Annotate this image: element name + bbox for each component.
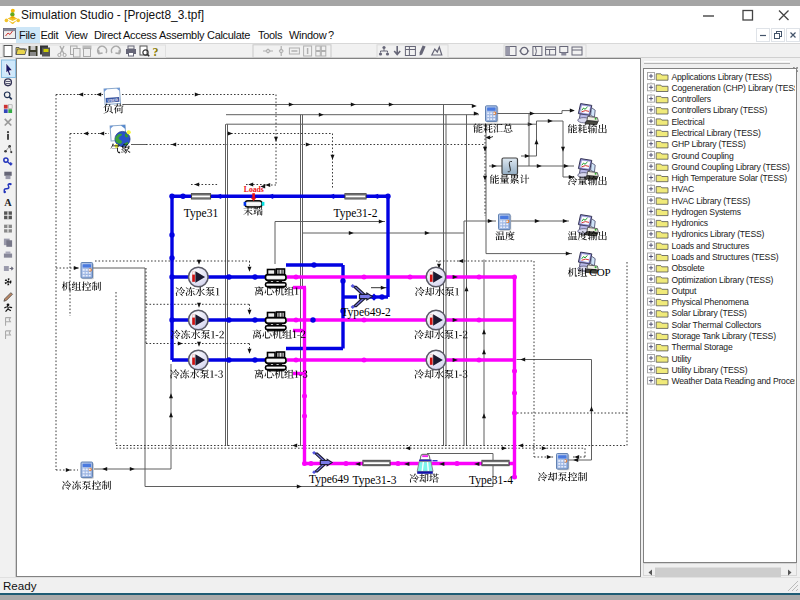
svg-text:Weather Data Reading and Proce: Weather Data Reading and Process [672,376,800,386]
svg-text:HVAC Library (TESS): HVAC Library (TESS) [672,196,751,206]
svg-text:Controllers Library (TESS): Controllers Library (TESS) [672,105,768,115]
svg-text:Utility Library (TESS): Utility Library (TESS) [672,365,748,375]
svg-text:Electrical: Electrical [672,117,705,127]
svg-text:HVAC: HVAC [672,184,694,194]
svg-text:Storage Tank Library (TESS): Storage Tank Library (TESS) [672,331,777,341]
svg-text:Loads and Structures: Loads and Structures [672,241,750,251]
svg-text:Cogeneration (CHP) Library (TE: Cogeneration (CHP) Library (TESS) [672,83,800,93]
svg-text:Ground Coupling Library (TESS): Ground Coupling Library (TESS) [672,162,791,172]
svg-text:Hydrogen Systems: Hydrogen Systems [672,207,741,217]
svg-text:Applications Library (TESS): Applications Library (TESS) [672,72,772,82]
svg-text:Obsolete: Obsolete [672,263,705,273]
svg-text:Optimization Library (TESS): Optimization Library (TESS) [672,275,774,285]
svg-text:Ground Coupling: Ground Coupling [672,151,734,161]
svg-text:Hydronics Library (TESS): Hydronics Library (TESS) [672,229,765,239]
svg-text:Utility: Utility [672,354,693,364]
svg-text:Solar Thermal Collectors: Solar Thermal Collectors [672,320,762,330]
svg-text:Electrical Library (TESS): Electrical Library (TESS) [672,128,761,138]
svg-text:Physical Phenomena: Physical Phenomena [672,297,750,307]
svg-text:Solar Library (TESS): Solar Library (TESS) [672,308,748,318]
svg-text:Output: Output [672,286,697,296]
svg-text:Controllers: Controllers [672,94,711,104]
svg-text:Loads and Structures (TESS): Loads and Structures (TESS) [672,252,779,262]
svg-text:High Temperature Solar (TESS): High Temperature Solar (TESS) [672,173,788,183]
svg-text:GHP Library (TESS): GHP Library (TESS) [672,139,746,149]
svg-text:Hydronics: Hydronics [672,218,708,228]
svg-text:Thermal Storage: Thermal Storage [672,342,733,352]
